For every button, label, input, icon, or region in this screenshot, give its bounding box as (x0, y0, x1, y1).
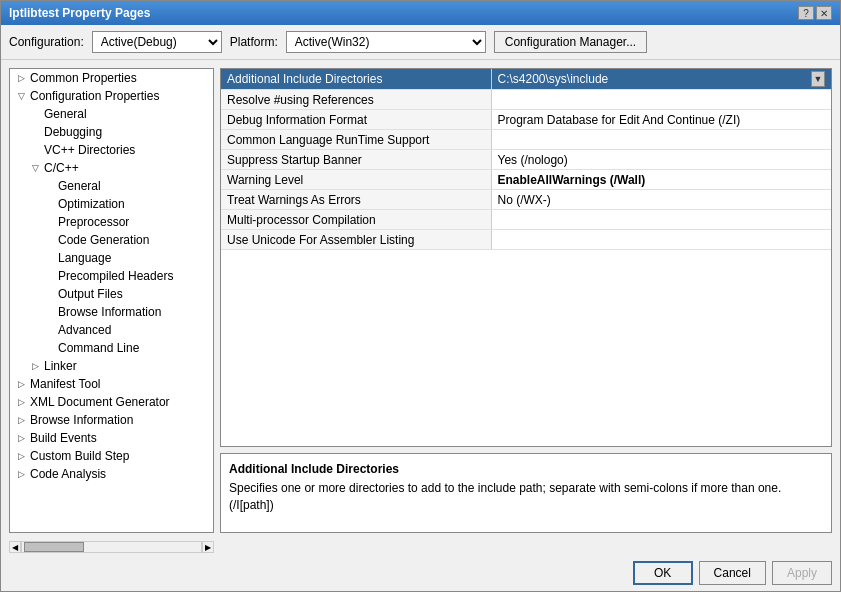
table-row[interactable]: Common Language RunTime Support (221, 130, 831, 150)
prop-value-cell (491, 90, 831, 110)
tree-item-browse-info-cpp[interactable]: Browse Information (10, 303, 213, 321)
tree-item-command-line[interactable]: Command Line (10, 339, 213, 357)
tree-label-linker: Linker (44, 359, 77, 373)
value-with-dropdown: C:\s4200\sys\include▼ (498, 71, 826, 87)
tree-scrollbar: ◀ ▶ (9, 541, 214, 553)
tree-label-common-props: Common Properties (30, 71, 137, 85)
scroll-left-arrow[interactable]: ◀ (9, 541, 21, 553)
prop-name-cell: Resolve #using References (221, 90, 491, 110)
table-row[interactable]: Multi-processor Compilation (221, 210, 831, 230)
tree-label-optimization: Optimization (58, 197, 125, 211)
props-table: Additional Include DirectoriesC:\s4200\s… (221, 69, 831, 250)
tree-expander-code-analysis: ▷ (14, 469, 28, 479)
table-row[interactable]: Use Unicode For Assembler Listing (221, 230, 831, 250)
tree-expander-config-props: ▽ (14, 91, 28, 101)
props-panel: Additional Include DirectoriesC:\s4200\s… (220, 68, 832, 533)
props-grid: Additional Include DirectoriesC:\s4200\s… (220, 68, 832, 447)
tree-label-browse-info-cpp: Browse Information (58, 305, 161, 319)
scroll-track[interactable] (21, 541, 202, 553)
scroll-thumb[interactable] (24, 542, 84, 552)
tree-label-vc-directories: VC++ Directories (44, 143, 135, 157)
main-content: ▷Common Properties▽Configuration Propert… (1, 60, 840, 541)
help-button[interactable]: ? (798, 6, 814, 20)
prop-value-text: No (/WX-) (498, 193, 551, 207)
table-row[interactable]: Resolve #using References (221, 90, 831, 110)
prop-name-cell: Common Language RunTime Support (221, 130, 491, 150)
tree-item-manifest-tool[interactable]: ▷Manifest Tool (10, 375, 213, 393)
prop-value-text: Program Database for Edit And Continue (… (498, 113, 741, 127)
tree-expander-browse-info: ▷ (14, 415, 28, 425)
prop-name-cell: Multi-processor Compilation (221, 210, 491, 230)
ok-button[interactable]: OK (633, 561, 693, 585)
close-button[interactable]: ✕ (816, 6, 832, 20)
tree-item-advanced-cpp[interactable]: Advanced (10, 321, 213, 339)
tree-item-code-generation[interactable]: Code Generation (10, 231, 213, 249)
platform-label: Platform: (230, 35, 278, 49)
prop-value-cell (491, 230, 831, 250)
property-pages-window: lptlibtest Property Pages ? ✕ Configurat… (0, 0, 841, 592)
tree-label-language: Language (58, 251, 111, 265)
footer: OK Cancel Apply (1, 555, 840, 591)
tree-panel: ▷Common Properties▽Configuration Propert… (9, 68, 214, 533)
cancel-button[interactable]: Cancel (699, 561, 766, 585)
tree-item-precompiled-headers[interactable]: Precompiled Headers (10, 267, 213, 285)
bottom-scrollbar-area: ◀ ▶ (1, 541, 840, 555)
tree-item-cpp[interactable]: ▽C/C++ (10, 159, 213, 177)
prop-value-cell (491, 130, 831, 150)
config-select[interactable]: Active(Debug) (92, 31, 222, 53)
tree-item-vc-directories[interactable]: VC++ Directories (10, 141, 213, 159)
config-label: Configuration: (9, 35, 84, 49)
tree-item-config-props[interactable]: ▽Configuration Properties (10, 87, 213, 105)
table-row[interactable]: Treat Warnings As ErrorsNo (/WX-) (221, 190, 831, 210)
tree-label-debugging: Debugging (44, 125, 102, 139)
tree-expander-manifest-tool: ▷ (14, 379, 28, 389)
prop-value-cell (491, 210, 831, 230)
prop-value-text: Yes (/nologo) (498, 153, 568, 167)
tree-label-output-files: Output Files (58, 287, 123, 301)
tree-item-build-events[interactable]: ▷Build Events (10, 429, 213, 447)
tree-expander-common-props: ▷ (14, 73, 28, 83)
scroll-right-arrow[interactable]: ▶ (202, 541, 214, 553)
tree-expander-build-events: ▷ (14, 433, 28, 443)
window-title: lptlibtest Property Pages (9, 6, 150, 20)
tree-item-browse-info[interactable]: ▷Browse Information (10, 411, 213, 429)
tree-item-general[interactable]: General (10, 105, 213, 123)
tree-item-cpp-general[interactable]: General (10, 177, 213, 195)
tree-item-language[interactable]: Language (10, 249, 213, 267)
tree-item-linker[interactable]: ▷Linker (10, 357, 213, 375)
tree-label-custom-build-step: Custom Build Step (30, 449, 129, 463)
tree-item-debugging[interactable]: Debugging (10, 123, 213, 141)
prop-name-cell: Use Unicode For Assembler Listing (221, 230, 491, 250)
table-row[interactable]: Debug Information FormatProgram Database… (221, 110, 831, 130)
tree-expander-linker: ▷ (28, 361, 42, 371)
config-manager-button[interactable]: Configuration Manager... (494, 31, 647, 53)
toolbar: Configuration: Active(Debug) Platform: A… (1, 25, 840, 60)
tree-label-browse-info: Browse Information (30, 413, 133, 427)
tree-expander-xml-doc-gen: ▷ (14, 397, 28, 407)
tree-expander-custom-build-step: ▷ (14, 451, 28, 461)
tree-label-advanced-cpp: Advanced (58, 323, 111, 337)
table-row[interactable]: Suppress Startup BannerYes (/nologo) (221, 150, 831, 170)
info-title: Additional Include Directories (229, 462, 823, 476)
apply-button[interactable]: Apply (772, 561, 832, 585)
prop-value-text: EnableAllWarnings (/Wall) (498, 173, 646, 187)
tree-item-code-analysis[interactable]: ▷Code Analysis (10, 465, 213, 483)
prop-value-cell: C:\s4200\sys\include▼ (491, 69, 831, 90)
tree-item-xml-doc-gen[interactable]: ▷XML Document Generator (10, 393, 213, 411)
tree-item-output-files[interactable]: Output Files (10, 285, 213, 303)
prop-name-cell: Debug Information Format (221, 110, 491, 130)
tree-label-code-analysis: Code Analysis (30, 467, 106, 481)
tree-item-common-props[interactable]: ▷Common Properties (10, 69, 213, 87)
tree-item-optimization[interactable]: Optimization (10, 195, 213, 213)
tree-label-preprocessor: Preprocessor (58, 215, 129, 229)
tree-label-cpp: C/C++ (44, 161, 79, 175)
tree-label-general: General (44, 107, 87, 121)
tree-item-preprocessor[interactable]: Preprocessor (10, 213, 213, 231)
prop-name-cell: Treat Warnings As Errors (221, 190, 491, 210)
tree-label-code-generation: Code Generation (58, 233, 149, 247)
dropdown-arrow-icon[interactable]: ▼ (811, 71, 825, 87)
tree-item-custom-build-step[interactable]: ▷Custom Build Step (10, 447, 213, 465)
platform-select[interactable]: Active(Win32) (286, 31, 486, 53)
table-row[interactable]: Additional Include DirectoriesC:\s4200\s… (221, 69, 831, 90)
table-row[interactable]: Warning LevelEnableAllWarnings (/Wall) (221, 170, 831, 190)
